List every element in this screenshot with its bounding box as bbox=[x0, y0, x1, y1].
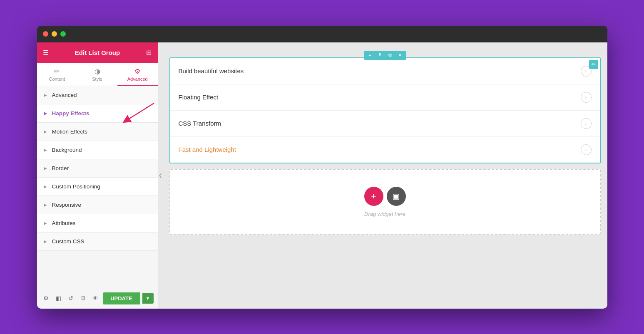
widget-library-button[interactable]: ▣ bbox=[387, 187, 406, 206]
sidebar-item-label: Motion Effects bbox=[52, 129, 87, 135]
titlebar bbox=[37, 26, 607, 42]
sidebar-header: ☰ Edit List Group ⊞ bbox=[37, 42, 158, 63]
chevron-icon: ▶ bbox=[44, 184, 47, 189]
content-tab-label: Content bbox=[49, 77, 65, 82]
sidebar-item-advanced[interactable]: ▶ Advanced bbox=[37, 86, 158, 104]
sidebar-item-label: Custom CSS bbox=[52, 238, 85, 245]
tab-content[interactable]: ✏ Content bbox=[37, 63, 77, 86]
update-dropdown-button[interactable]: ▼ bbox=[142, 293, 154, 304]
main-area: ☰ Edit List Group ⊞ ✏ Content ◑ Style ⚙ … bbox=[37, 42, 607, 309]
fullscreen-traffic-light[interactable] bbox=[60, 31, 66, 37]
list-row-text: Floating Effect bbox=[179, 94, 219, 101]
content-tab-icon: ✏ bbox=[54, 67, 60, 75]
list-row-arrow[interactable]: › bbox=[581, 118, 592, 129]
widget-copy-btn[interactable]: ⧉ bbox=[385, 52, 395, 59]
sidebar: ☰ Edit List Group ⊞ ✏ Content ◑ Style ⚙ … bbox=[37, 42, 158, 309]
sidebar-item-motion-effects[interactable]: ▶ Motion Effects bbox=[37, 123, 158, 141]
list-row: Floating Effect › bbox=[170, 84, 600, 111]
list-row: Build beautiful websites › bbox=[170, 58, 600, 84]
sidebar-item-responsive[interactable]: ▶ Responsive bbox=[37, 196, 158, 214]
app-window: ☰ Edit List Group ⊞ ✏ Content ◑ Style ⚙ … bbox=[37, 26, 607, 309]
advanced-tab-label: Advanced bbox=[127, 77, 148, 82]
tab-advanced[interactable]: ⚙ Advanced bbox=[117, 63, 158, 86]
sidebar-item-background[interactable]: ▶ Background bbox=[37, 141, 158, 159]
widget-move-btn[interactable]: ⠿ bbox=[375, 52, 385, 59]
advanced-tab-icon: ⚙ bbox=[134, 67, 140, 75]
sidebar-nav: ▶ Advanced ▶ Happy Effects ▶ Motion Effe… bbox=[37, 86, 158, 288]
canvas-area: + ⠿ ⧉ ✕ ✏ Build beautiful websites › Flo… bbox=[163, 42, 607, 309]
style-tab-icon: ◑ bbox=[94, 67, 100, 75]
widget-add-btn[interactable]: + bbox=[366, 52, 375, 59]
widget-toolbar: + ⠿ ⧉ ✕ bbox=[364, 51, 406, 60]
sidebar-item-label: Custom Positioning bbox=[52, 183, 100, 190]
widget-edit-btn[interactable]: ✏ bbox=[589, 60, 598, 69]
sidebar-footer: ⚙ ◧ ↺ 🖥 👁 UPDATE ▼ bbox=[37, 288, 158, 309]
sidebar-item-attributes[interactable]: ▶ Attributes bbox=[37, 214, 158, 233]
eye-footer-icon[interactable]: 👁 bbox=[90, 292, 100, 304]
sidebar-item-happy-effects[interactable]: ▶ Happy Effects bbox=[37, 104, 158, 123]
chevron-icon: ▶ bbox=[44, 111, 47, 116]
desktop-footer-icon[interactable]: 🖥 bbox=[78, 292, 88, 304]
chevron-icon: ▶ bbox=[44, 203, 47, 207]
chevron-icon: ▶ bbox=[44, 93, 47, 97]
drop-zone: + ▣ Drag widget here bbox=[169, 169, 601, 235]
sidebar-item-label: Happy Effects bbox=[52, 110, 90, 116]
grid-icon[interactable]: ⊞ bbox=[146, 49, 152, 57]
tabs-row: ✏ Content ◑ Style ⚙ Advanced bbox=[37, 63, 158, 86]
traffic-lights bbox=[43, 31, 66, 37]
style-tab-label: Style bbox=[92, 77, 102, 82]
list-row: CSS Transform › bbox=[170, 111, 600, 137]
list-row-arrow[interactable]: › bbox=[581, 92, 592, 103]
history-footer-icon[interactable]: ↺ bbox=[66, 292, 76, 304]
sidebar-item-label: Responsive bbox=[52, 202, 82, 208]
collapse-handle[interactable]: ❮ bbox=[158, 42, 163, 309]
chevron-icon: ▶ bbox=[44, 129, 47, 134]
sidebar-item-label: Advanced bbox=[52, 92, 77, 98]
list-widget-panel: + ⠿ ⧉ ✕ ✏ Build beautiful websites › Flo… bbox=[169, 57, 601, 163]
settings-footer-icon[interactable]: ⚙ bbox=[41, 292, 51, 304]
close-traffic-light[interactable] bbox=[43, 31, 48, 37]
sidebar-item-custom-css[interactable]: ▶ Custom CSS bbox=[37, 233, 158, 251]
chevron-icon: ▶ bbox=[44, 148, 47, 152]
chevron-icon: ▶ bbox=[44, 166, 47, 171]
list-items: Build beautiful websites › Floating Effe… bbox=[170, 58, 600, 163]
drop-buttons: + ▣ bbox=[364, 187, 406, 206]
chevron-icon: ▶ bbox=[44, 221, 47, 225]
drop-zone-text: Drag widget here bbox=[364, 211, 405, 217]
widget-close-btn[interactable]: ✕ bbox=[395, 52, 405, 59]
list-row: Fast and Lightweight › bbox=[170, 137, 600, 163]
tab-style[interactable]: ◑ Style bbox=[77, 63, 117, 86]
sidebar-item-label: Background bbox=[52, 147, 82, 153]
list-row-text-orange: Fast and Lightweight bbox=[179, 146, 236, 153]
sidebar-item-label: Attributes bbox=[52, 220, 76, 226]
list-row-text: Build beautiful websites bbox=[179, 67, 244, 74]
list-row-arrow[interactable]: › bbox=[581, 144, 592, 155]
menu-icon[interactable]: ☰ bbox=[43, 49, 49, 57]
sidebar-title: Edit List Group bbox=[75, 49, 120, 56]
sidebar-item-custom-positioning[interactable]: ▶ Custom Positioning bbox=[37, 178, 158, 196]
sidebar-item-label: Border bbox=[52, 165, 69, 171]
sidebar-item-border[interactable]: ▶ Border bbox=[37, 159, 158, 178]
add-widget-button[interactable]: + bbox=[364, 187, 383, 206]
list-row-text: CSS Transform bbox=[179, 120, 221, 127]
chevron-icon: ▶ bbox=[44, 239, 47, 244]
minimize-traffic-light[interactable] bbox=[52, 31, 57, 37]
update-button[interactable]: UPDATE bbox=[103, 292, 139, 304]
layers-footer-icon[interactable]: ◧ bbox=[53, 292, 63, 304]
